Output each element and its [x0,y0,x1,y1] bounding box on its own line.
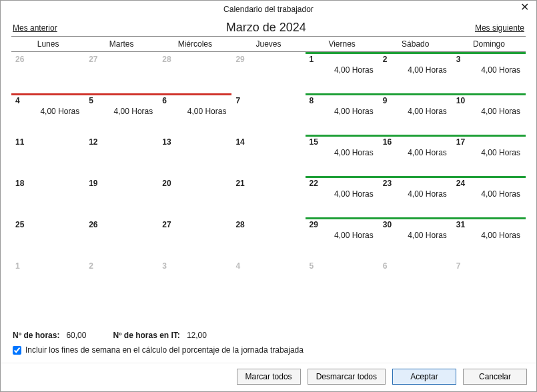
day-cell[interactable]: 21 [231,176,305,217]
dayname: Viernes [306,37,379,51]
day-cell[interactable]: 14,00 Horas [306,52,379,93]
day-number: 22 [310,179,375,188]
day-cell[interactable]: 154,00 Horas [306,135,379,176]
day-cell[interactable]: 84,00 Horas [306,93,379,135]
dayname: Domingo [452,37,526,51]
total-it-label: Nº de horas en IT: [113,331,179,340]
day-cell[interactable]: 24,00 Horas [379,52,452,93]
day-hours: 4,00 Horas [408,65,447,75]
day-cell[interactable]: 25 [11,217,85,259]
day-number: 10 [456,96,522,105]
day-cell[interactable]: 5 [306,259,379,300]
day-cell[interactable]: 64,00 Horas [158,93,231,135]
dayname: Sábado [379,37,452,51]
day-cell[interactable]: 44,00 Horas [11,93,85,135]
day-cell[interactable]: 164,00 Horas [379,135,452,176]
day-hours: 4,00 Horas [334,107,374,116]
day-cell[interactable]: 26 [11,52,85,93]
total-hours: Nº de horas: 60,00 [13,331,86,340]
day-cell[interactable]: 28 [158,52,231,93]
day-hours: 4,00 Horas [481,148,520,157]
day-hours: 4,00 Horas [481,65,520,75]
cancel-button[interactable]: Cancelar [463,369,527,385]
day-hours: 4,00 Horas [334,231,374,240]
day-cell[interactable]: 27 [85,52,158,93]
day-cell[interactable]: 20 [158,176,231,217]
day-number: 29 [310,220,375,229]
green-bar [379,135,452,137]
day-cell[interactable]: 14 [231,135,305,176]
day-hours: 4,00 Horas [481,189,520,199]
include-weekends-checkbox[interactable] [13,346,21,355]
day-cell[interactable]: 4 [231,259,305,300]
day-cell[interactable]: 7 [452,259,526,300]
day-number: 4 [15,96,81,105]
day-hours: 4,00 Horas [408,148,447,157]
totals-row: Nº de horas: 60,00 Nº de horas en IT: 12… [13,331,524,340]
green-bar [379,93,452,95]
day-cell[interactable]: 2 [85,259,158,300]
green-bar [379,217,452,219]
day-hours: 4,00 Horas [408,107,447,116]
day-cell[interactable]: 28 [231,217,305,259]
day-cell[interactable]: 13 [158,135,231,176]
day-cell[interactable]: 94,00 Horas [379,93,452,135]
dayname: Martes [85,37,158,51]
day-cell[interactable]: 27 [158,217,231,259]
unmark-all-button[interactable]: Desmarcar todos [308,369,386,385]
day-number: 15 [310,137,375,147]
day-cell[interactable]: 54,00 Horas [85,93,158,135]
day-number: 30 [383,220,448,229]
day-cell[interactable]: 34,00 Horas [452,52,526,93]
day-cell[interactable]: 294,00 Horas [306,217,379,259]
day-cell[interactable]: 11 [11,135,85,176]
titlebar: Calendario del trabajador ✕ [1,1,536,18]
day-cell[interactable]: 304,00 Horas [379,217,452,259]
include-weekends-row: Incluir los fines de semana en el cálcul… [13,345,524,355]
day-cell[interactable]: 1 [11,259,85,300]
next-month-link[interactable]: Mes siguiente [475,23,524,33]
day-number: 7 [456,261,522,271]
green-bar [379,176,452,178]
day-cell[interactable]: 19 [85,176,158,217]
day-cell[interactable]: 104,00 Horas [452,93,526,135]
day-cell[interactable]: 224,00 Horas [306,176,379,217]
red-bar [85,93,158,95]
day-number: 25 [15,220,81,229]
day-number: 4 [235,261,301,271]
day-cell[interactable]: 234,00 Horas [379,176,452,217]
red-bar [158,93,231,95]
prev-month-link[interactable]: Mes anterior [13,23,57,33]
day-cell[interactable]: 29 [231,52,305,93]
day-hours: 4,00 Horas [114,107,153,116]
green-bar [452,93,526,95]
close-icon[interactable]: ✕ [518,2,531,15]
day-cell[interactable]: 314,00 Horas [452,217,526,259]
day-number: 9 [383,96,448,105]
day-number: 28 [162,55,227,64]
day-cell[interactable]: 3 [158,259,231,300]
day-number: 8 [310,96,375,105]
day-number: 6 [383,261,448,271]
total-hours-value: 60,00 [66,331,86,340]
ok-button[interactable]: Aceptar [392,369,456,385]
include-weekends-label[interactable]: Incluir los fines de semana en el cálcul… [25,345,304,355]
day-cell[interactable]: 6 [379,259,452,300]
day-cell[interactable]: 244,00 Horas [452,176,526,217]
day-cell[interactable]: 12 [85,135,158,176]
day-cell[interactable]: 7 [231,93,305,135]
day-number: 1 [15,261,81,271]
day-hours: 4,00 Horas [408,189,447,199]
mark-all-button[interactable]: Marcar todos [237,369,301,385]
month-nav: Mes anterior Marzo de 2024 Mes siguiente [1,18,536,36]
day-hours: 4,00 Horas [481,231,520,240]
day-cell[interactable]: 18 [11,176,85,217]
day-number: 24 [456,179,522,188]
day-number: 11 [15,137,81,147]
day-number: 27 [162,220,227,229]
day-cell[interactable]: 26 [85,217,158,259]
day-number: 12 [89,137,154,147]
dayname: Jueves [231,37,305,51]
day-number: 29 [235,55,301,64]
day-cell[interactable]: 174,00 Horas [452,135,526,176]
